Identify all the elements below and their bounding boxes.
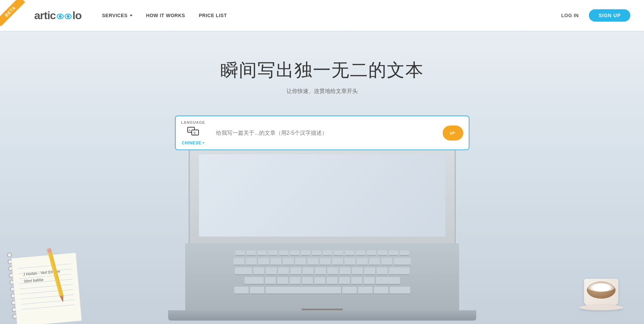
language-selector[interactable]: LANGUAGE A 文 CHINESE [175, 116, 211, 150]
translate-icon: A 文 [187, 127, 199, 137]
signup-button[interactable]: SIGN UP [589, 9, 630, 22]
keyboard-row-3 [199, 267, 445, 275]
search-submit-button[interactable]: ✏ [443, 125, 463, 141]
laptop-visual [168, 146, 476, 324]
header: artic lo SERVICES HOW IT WORKS PRI [0, 0, 644, 31]
keyboard-row-1 [199, 250, 445, 256]
services-chevron-icon [130, 15, 132, 16]
svg-text:A: A [189, 129, 191, 132]
nav-services[interactable]: SERVICES [102, 13, 132, 18]
search-container: LANGUAGE A 文 CHINESE ✏ [175, 116, 469, 150]
coffee-foam [587, 281, 616, 292]
header-right: LOG IN SIGN UP [561, 9, 630, 22]
language-icon: A 文 [187, 127, 199, 139]
nav-how-it-works[interactable]: HOW IT WORKS [146, 13, 185, 18]
hero-section: 瞬间写出独一无二的文本 让你快速、连贯地给文章开头 LANGUAGE A 文 C… [0, 31, 644, 324]
beta-ribbon [0, 0, 31, 31]
keyboard-row-2 [199, 258, 445, 265]
laptop-base [168, 310, 476, 321]
language-name: CHINESE [182, 141, 204, 145]
search-input[interactable] [216, 130, 442, 136]
logo-eye-left-icon [56, 13, 64, 19]
login-button[interactable]: LOG IN [561, 13, 579, 18]
main-nav: SERVICES HOW IT WORKS PRICE LIST [102, 13, 561, 18]
nav-price-list[interactable]: PRICE LIST [199, 13, 227, 18]
pencil-icon: ✏ [449, 128, 457, 138]
logo[interactable]: artic lo [34, 9, 81, 22]
screen-inner [199, 154, 445, 237]
laptop-screen [189, 146, 456, 245]
language-chevron-icon [202, 142, 204, 144]
keyboard-row-5 [199, 287, 445, 294]
svg-point-1 [59, 15, 62, 18]
logo-lo: lo [73, 9, 81, 22]
keyboard-row-4 [199, 277, 445, 285]
logo-artic: artic lo [34, 9, 81, 22]
coffee-cup-decoration [579, 266, 623, 310]
hero-subtitle: 让你快速、连贯地给文章开头 [287, 88, 358, 95]
svg-point-3 [67, 15, 70, 18]
svg-text:文: 文 [193, 131, 196, 135]
cup-saucer [579, 305, 623, 310]
hero-title: 瞬间写出独一无二的文本 [220, 58, 424, 82]
laptop-keyboard [185, 243, 459, 312]
notebook-decoration: J Horbin - Vert Empire 30ml ba66e [4, 245, 85, 324]
logo-eye-right-icon [64, 13, 72, 19]
search-input-wrap: ✏ [211, 116, 469, 150]
notebook-paper: J Horbin - Vert Empire 30ml ba66e [11, 253, 82, 324]
cup-body [584, 279, 618, 306]
language-label: LANGUAGE [181, 120, 205, 124]
